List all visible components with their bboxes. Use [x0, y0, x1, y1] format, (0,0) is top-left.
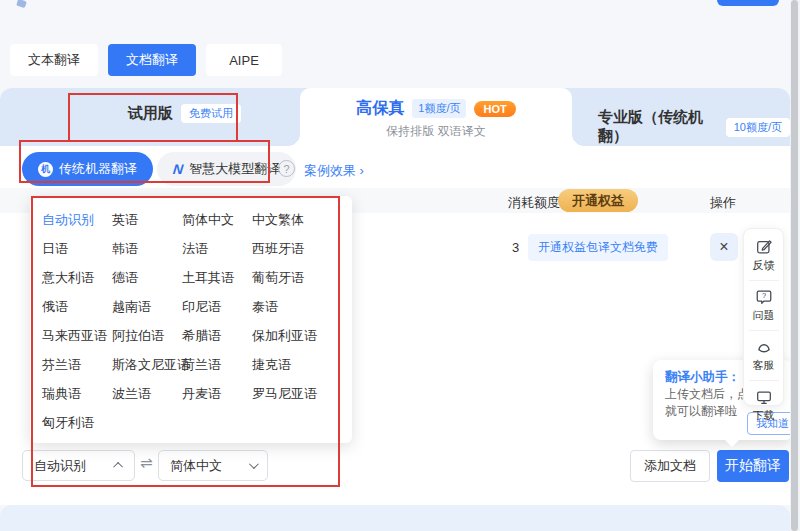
- rights-free-link[interactable]: 开通权益包译文档免费: [528, 234, 668, 261]
- customer-service-label: 客服: [753, 358, 775, 373]
- plan-trial[interactable]: 试用版 免费试用: [128, 104, 241, 123]
- machine-engine-icon: 机: [38, 162, 53, 177]
- language-option[interactable]: 瑞典语: [42, 385, 112, 401]
- language-option[interactable]: 丹麦语: [182, 385, 252, 401]
- language-option[interactable]: 土耳其语: [182, 269, 252, 285]
- language-option[interactable]: 日语: [42, 240, 112, 256]
- col-action: 操作: [710, 194, 736, 212]
- engine-machine-label: 传统机器翻译: [59, 160, 137, 178]
- tooltip-pointer: [725, 440, 739, 447]
- language-option[interactable]: 芬兰语: [42, 356, 112, 372]
- language-option[interactable]: 捷克语: [252, 356, 334, 372]
- download-label: 下载: [753, 408, 775, 423]
- col-quota: 消耗额度: [508, 194, 560, 212]
- language-option[interactable]: 中文繁体: [252, 211, 334, 227]
- language-option[interactable]: 自动识别: [42, 211, 112, 227]
- case-examples-link[interactable]: 案例效果 ›: [304, 162, 364, 180]
- monitor-icon: [755, 388, 773, 406]
- question-bubble-icon: ?: [755, 288, 773, 306]
- document-translate-page: 文本翻译 文档翻译 AIPE 试用版 免费试用 高保真 1额度/页 HOT 保持…: [0, 0, 800, 531]
- language-option[interactable]: 匈牙利语: [42, 414, 112, 430]
- close-icon[interactable]: ×: [710, 233, 738, 261]
- tab-doc-translate[interactable]: 文档翻译: [108, 44, 196, 76]
- plan-hifi-badge: 1额度/页: [412, 99, 466, 118]
- floating-toolbar: 反馈 ? 问题 客服 下载: [743, 228, 784, 406]
- plan-hifi-title: 高保真: [356, 98, 404, 119]
- cursor-fragment: [16, 0, 27, 8]
- chevron-down-icon: [249, 459, 259, 469]
- chevron-up-icon: [113, 462, 123, 472]
- target-language-value: 简体中文: [170, 457, 222, 475]
- language-option[interactable]: 韩语: [112, 240, 182, 256]
- svg-text:?: ?: [761, 291, 765, 300]
- source-language-value: 自动识别: [34, 457, 86, 475]
- plan-trial-title: 试用版: [128, 104, 173, 123]
- question-button[interactable]: ? 问题: [749, 280, 779, 323]
- language-option[interactable]: 简体中文: [182, 211, 252, 227]
- feedback-button[interactable]: 反馈: [753, 238, 775, 273]
- language-option[interactable]: 意大利语: [42, 269, 112, 285]
- row-quota-value: 3: [512, 240, 519, 255]
- tab-aipe[interactable]: AIPE: [206, 44, 282, 76]
- download-button[interactable]: 下载: [749, 380, 779, 423]
- language-option[interactable]: 马来西亚语: [42, 327, 112, 343]
- language-option[interactable]: 英语: [112, 211, 182, 227]
- scrollbar-thumb[interactable]: [791, 0, 798, 531]
- top-tab-bar: 文本翻译 文档翻译 AIPE: [10, 44, 282, 76]
- target-language-select[interactable]: 简体中文: [158, 450, 268, 481]
- headset-icon: [755, 338, 773, 356]
- edit-icon: [755, 238, 773, 256]
- language-option[interactable]: 保加利亚语: [252, 327, 334, 343]
- language-dropdown-panel: 自动识别英语简体中文中文繁体日语韩语法语西班牙语意大利语德语土耳其语葡萄牙语俄语…: [30, 196, 352, 443]
- plan-pro-title: 专业版（传统机翻）: [598, 108, 718, 146]
- engine-llm-button[interactable]: N 智慧大模型翻译: [157, 152, 296, 186]
- language-option[interactable]: 葡萄牙语: [252, 269, 334, 285]
- top-right-button-fragment[interactable]: [717, 0, 779, 6]
- llm-engine-icon: N: [172, 161, 184, 177]
- language-option[interactable]: 西班牙语: [252, 240, 334, 256]
- language-option[interactable]: 荷兰语: [182, 356, 252, 372]
- language-option[interactable]: 泰语: [252, 298, 334, 314]
- plan-pro-badge: 10额度/页: [726, 118, 790, 137]
- question-label: 问题: [753, 308, 775, 323]
- swap-languages-icon[interactable]: ⇌: [140, 454, 153, 472]
- tab-flare-left: [288, 134, 300, 146]
- language-option[interactable]: 斯洛文尼亚语: [112, 356, 182, 372]
- plan-trial-badge: 免费试用: [181, 104, 241, 123]
- customer-service-button[interactable]: 客服: [749, 330, 779, 373]
- engine-llm-label: 智慧大模型翻译: [189, 160, 280, 178]
- plan-hifi[interactable]: 高保真 1额度/页 HOT 保持排版 双语译文: [300, 88, 572, 146]
- add-document-button[interactable]: 添加文档: [630, 450, 710, 482]
- language-option[interactable]: 波兰语: [112, 385, 182, 401]
- source-language-select[interactable]: 自动识别: [22, 450, 135, 481]
- next-section-strip: [0, 505, 790, 531]
- language-option[interactable]: 希腊语: [182, 327, 252, 343]
- tab-flare-right: [572, 134, 584, 146]
- language-option[interactable]: 阿拉伯语: [112, 327, 182, 343]
- language-option[interactable]: 罗马尼亚语: [252, 385, 334, 401]
- hot-badge: HOT: [474, 101, 515, 117]
- language-option[interactable]: 印尼语: [182, 298, 252, 314]
- start-translate-button[interactable]: 开始翻译: [717, 450, 789, 482]
- language-option[interactable]: 法语: [182, 240, 252, 256]
- language-option[interactable]: 俄语: [42, 298, 112, 314]
- plan-pro[interactable]: 专业版（传统机翻） 10额度/页: [598, 108, 790, 146]
- activate-rights-button[interactable]: 开通权益: [558, 189, 638, 212]
- plan-selector-strip: 试用版 免费试用 高保真 1额度/页 HOT 保持排版 双语译文 专业版（传统机…: [0, 88, 790, 146]
- help-icon[interactable]: ?: [278, 160, 295, 177]
- scrollbar-track[interactable]: [790, 0, 800, 531]
- language-grid: 自动识别英语简体中文中文繁体日语韩语法语西班牙语意大利语德语土耳其语葡萄牙语俄语…: [42, 211, 352, 430]
- plan-hifi-subtitle: 保持排版 双语译文: [300, 123, 572, 140]
- language-option[interactable]: 越南语: [112, 298, 182, 314]
- tab-text-translate[interactable]: 文本翻译: [10, 44, 98, 76]
- engine-machine-button[interactable]: 机 传统机器翻译: [22, 152, 153, 186]
- feedback-label: 反馈: [753, 258, 775, 273]
- engine-toggle: 机 传统机器翻译 N 智慧大模型翻译: [22, 152, 296, 186]
- language-option[interactable]: 德语: [112, 269, 182, 285]
